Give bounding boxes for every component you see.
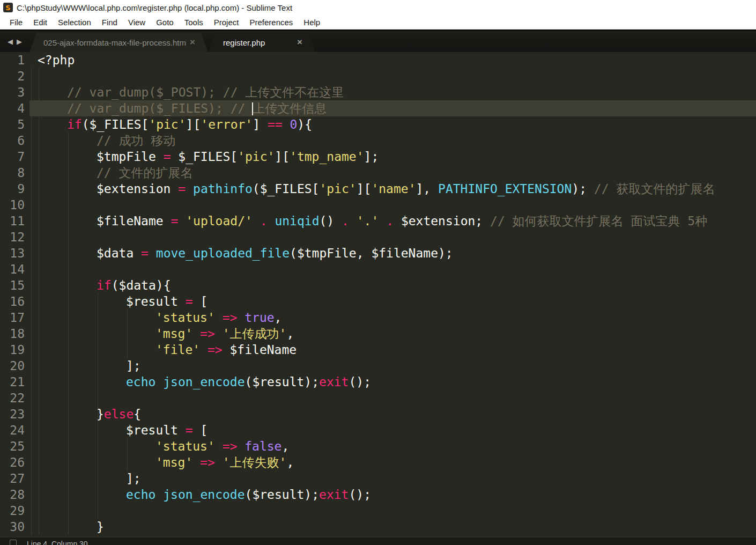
- code-token: ($tmpFile, $fileName);: [290, 246, 453, 260]
- code-line-11[interactable]: $fileName = 'upload/' . uniqid() . '.' .…: [29, 213, 756, 229]
- code-token: [215, 327, 223, 341]
- code-line-5[interactable]: if($_FILES['pic']['error'] == 0){: [29, 116, 756, 132]
- gutter[interactable]: 1234567891011121314151617181920212223242…: [0, 52, 29, 535]
- tab-nav-forward-icon[interactable]: ▶: [17, 38, 22, 45]
- menu-project[interactable]: Project: [209, 16, 244, 28]
- code-token: <?php: [38, 53, 75, 67]
- code-token: ],: [416, 182, 439, 196]
- line-number: 30: [0, 519, 29, 535]
- code-line-29[interactable]: [29, 503, 756, 519]
- tab-close-icon[interactable]: ×: [294, 37, 315, 48]
- tab-label: register.php: [208, 38, 294, 47]
- code-line-21[interactable]: echo json_encode($result);exit();: [29, 374, 756, 390]
- code-token: ){: [297, 117, 312, 131]
- code-token: [186, 182, 193, 196]
- menu-bar: File Edit Selection Find View Goto Tools…: [0, 15, 756, 30]
- code-line-12[interactable]: [29, 229, 756, 245]
- code-token: 'status': [155, 439, 215, 453]
- line-number: 8: [0, 165, 29, 181]
- code-token: ,: [286, 327, 294, 341]
- title-bar: S C:\phpStudy\WWW\local.php.com\register…: [0, 0, 756, 15]
- line-number: 19: [0, 342, 29, 358]
- code-line-16[interactable]: $result = [: [29, 293, 756, 310]
- code-line-30[interactable]: }: [29, 519, 756, 535]
- code-token: json_encode: [163, 488, 244, 502]
- code-token: [237, 311, 244, 325]
- menu-preferences[interactable]: Preferences: [244, 16, 298, 28]
- menu-selection[interactable]: Selection: [53, 16, 97, 28]
- tab-register-php[interactable]: register.php ×: [208, 33, 315, 52]
- code-area[interactable]: <?php// var_dump($_POST); // 上传文件不在这里// …: [29, 52, 756, 537]
- code-line-9[interactable]: $extension = pathinfo($_FILES['pic']['na…: [29, 181, 756, 197]
- code-token: if: [67, 117, 82, 131]
- code-line-19[interactable]: 'file' => $fileName: [29, 342, 756, 358]
- code-token: $result: [126, 423, 186, 437]
- code-token: $tmpFile: [97, 150, 164, 164]
- line-number: 28: [0, 487, 29, 503]
- code-token: if: [97, 278, 112, 292]
- code-line-15[interactable]: if($data){: [29, 277, 756, 293]
- code-token: // 获取文件的扩展名: [594, 182, 715, 196]
- code-line-3[interactable]: // var_dump($_POST); // 上传文件不在这里: [29, 84, 756, 100]
- code-line-2[interactable]: [29, 68, 756, 84]
- menu-help[interactable]: Help: [298, 16, 325, 28]
- code-line-25[interactable]: 'status' => false,: [29, 438, 756, 454]
- code-line-24[interactable]: $result = [: [29, 422, 756, 438]
- menu-file[interactable]: File: [4, 16, 28, 28]
- line-number: 12: [0, 229, 29, 245]
- code-token: (): [320, 214, 342, 228]
- code-token: 'pic': [319, 182, 356, 196]
- line-number: 2: [0, 68, 29, 84]
- menu-edit[interactable]: Edit: [28, 16, 53, 28]
- code-token: =>: [207, 343, 223, 357]
- code-token: // 成功 移动: [97, 134, 175, 148]
- code-line-22[interactable]: [29, 390, 756, 406]
- code-token: [237, 439, 244, 453]
- menu-goto[interactable]: Goto: [151, 16, 179, 28]
- menu-find[interactable]: Find: [97, 16, 123, 28]
- code-token: ];: [126, 359, 141, 373]
- code-line-17[interactable]: 'status' => true,: [29, 310, 756, 326]
- tab-label: 025-ajax-formdata-max-file-process.html: [29, 38, 187, 47]
- code-line-20[interactable]: ];: [29, 358, 756, 374]
- code-token: [379, 214, 386, 228]
- code-token: // 文件的扩展名: [97, 166, 193, 180]
- tab-close-icon[interactable]: ×: [187, 37, 208, 48]
- code-line-13[interactable]: $data = move_uploaded_file($tmpFile, $fi…: [29, 245, 756, 261]
- code-token: ();: [349, 375, 371, 389]
- code-line-4[interactable]: // var_dump($_FILES); // 上传文件信息: [29, 100, 756, 116]
- line-number: 20: [0, 358, 29, 374]
- line-number: 17: [0, 310, 29, 326]
- line-number: 25: [0, 438, 29, 454]
- code-line-23[interactable]: }else{: [29, 406, 756, 422]
- menu-view[interactable]: View: [123, 16, 151, 28]
- line-number: 24: [0, 422, 29, 438]
- code-line-18[interactable]: 'msg' => '上传成功',: [29, 326, 756, 342]
- code-token: echo: [126, 375, 155, 389]
- code-line-27[interactable]: ];: [29, 470, 756, 487]
- code-token: exit: [319, 375, 349, 389]
- code-line-28[interactable]: echo json_encode($result);exit();: [29, 487, 756, 503]
- code-token: echo: [126, 488, 155, 502]
- code-line-14[interactable]: [29, 261, 756, 277]
- code-line-7[interactable]: $tmpFile = $_FILES['pic']['tmp_name'];: [29, 149, 756, 165]
- code-token: ==: [268, 117, 283, 131]
- tab-nav-back-icon[interactable]: ◀: [8, 38, 13, 45]
- code-line-10[interactable]: [29, 197, 756, 213]
- code-token: [: [193, 423, 208, 437]
- cursor-position-status: Line 4, Column 30: [27, 539, 88, 545]
- tab-025-ajax-formdata-max-file-process[interactable]: 025-ajax-formdata-max-file-process.html …: [29, 33, 208, 52]
- line-number: 11: [0, 213, 29, 229]
- code-line-1[interactable]: <?php: [29, 52, 756, 68]
- menu-tools[interactable]: Tools: [179, 16, 209, 28]
- code-line-26[interactable]: 'msg' => '上传失败',: [29, 454, 756, 470]
- status-square-icon: [10, 540, 17, 545]
- sublime-text-window: S C:\phpStudy\WWW\local.php.com\register…: [0, 0, 756, 545]
- code-token: [178, 214, 186, 228]
- editor-pane[interactable]: 1234567891011121314151617181920212223242…: [0, 52, 756, 537]
- code-line-6[interactable]: // 成功 移动: [29, 132, 756, 149]
- code-token: {: [134, 407, 141, 421]
- code-token: 'msg': [155, 327, 192, 341]
- code-line-8[interactable]: // 文件的扩展名: [29, 165, 756, 181]
- code-token: ,: [286, 455, 294, 469]
